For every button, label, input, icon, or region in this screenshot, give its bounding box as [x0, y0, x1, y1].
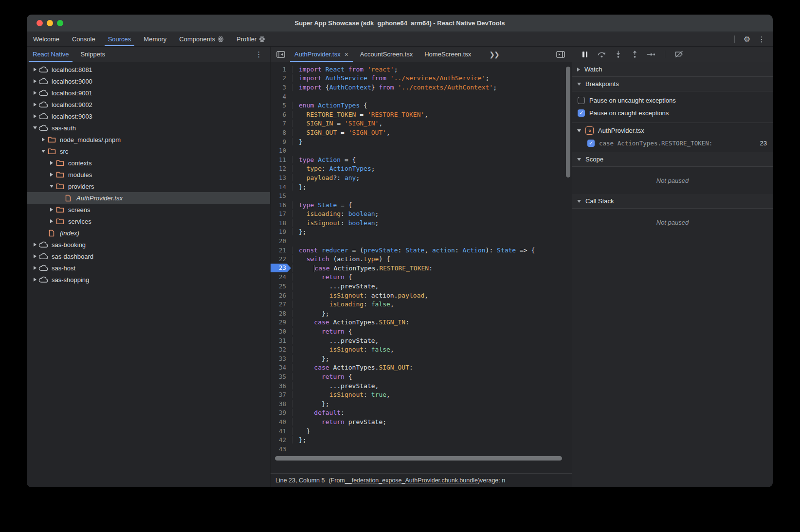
tree-item-sas-dashboard[interactable]: sas-dashboard	[27, 250, 270, 262]
watch-section-header[interactable]: Watch	[572, 62, 773, 77]
code-line[interactable]: 1import React from 'react';	[271, 65, 565, 74]
code-line[interactable]: 3import {AuthContext} from '../contexts/…	[271, 83, 565, 92]
tab-memory[interactable]: Memory	[137, 32, 173, 46]
code-line[interactable]: 28 };	[271, 309, 565, 318]
line-number[interactable]: 25	[271, 283, 292, 290]
step-icon[interactable]	[644, 49, 658, 60]
line-number[interactable]: 40	[271, 418, 292, 426]
tree-item-localhost-9002[interactable]: localhost:9002	[27, 99, 270, 110]
line-number[interactable]: 36	[271, 382, 292, 390]
tab-console[interactable]: Console	[66, 32, 102, 46]
code-line[interactable]: 12 type: ActionTypes;	[271, 164, 565, 174]
tree-item--index-[interactable]: (index)	[27, 227, 270, 239]
code-line[interactable]: 27 isLoading: false,	[271, 300, 565, 309]
line-number[interactable]: 10	[271, 147, 292, 154]
line-number[interactable]: 15	[271, 192, 292, 199]
code-line[interactable]: 6 RESTORE_TOKEN = 'RESTORE_TOKEN',	[271, 110, 565, 119]
code-line[interactable]: 35 return {	[271, 372, 565, 381]
code-line[interactable]: 30 return {	[271, 327, 565, 336]
pause-icon[interactable]	[578, 49, 592, 60]
editor-tab-accountscreen.tsx[interactable]: AccountScreen.tsx	[355, 47, 418, 62]
line-number[interactable]: 29	[271, 319, 292, 326]
code-line[interactable]: 2import AuthService from '../services/Au…	[271, 74, 565, 83]
tree-item-sas-host[interactable]: sas-host	[27, 262, 270, 274]
tree-expand-arrow-icon[interactable]	[32, 79, 38, 83]
tab-overflow-chevron-icon[interactable]: ❯❯	[485, 47, 502, 62]
line-number[interactable]: 34	[271, 364, 292, 371]
minimize-window-button[interactable]	[47, 20, 53, 26]
tree-expand-arrow-icon[interactable]	[32, 243, 38, 247]
line-number[interactable]: 4	[271, 93, 292, 100]
line-number[interactable]: 16	[271, 201, 292, 209]
code-editor[interactable]: 1import React from 'react';2import AuthS…	[271, 62, 572, 473]
line-number[interactable]: 35	[271, 373, 292, 380]
tab-profiler[interactable]: Profiler	[230, 32, 272, 46]
call-stack-section-header[interactable]: Call Stack	[572, 194, 773, 209]
breakpoints-section-header[interactable]: Breakpoints	[572, 77, 773, 91]
source-bundle-link[interactable]: __federation_expose_AuthProvider.chunk.b…	[345, 477, 478, 484]
tree-expand-arrow-icon[interactable]	[48, 208, 55, 212]
hide-navigator-icon[interactable]	[273, 47, 288, 62]
code-line[interactable]: 13 payload?: any;	[271, 173, 565, 182]
scope-section-header[interactable]: Scope	[572, 152, 773, 167]
tree-item-modules[interactable]: modules	[27, 169, 270, 180]
tree-expand-arrow-icon[interactable]	[32, 266, 38, 270]
line-number[interactable]: 42	[271, 436, 292, 443]
line-number[interactable]: 31	[271, 337, 292, 344]
hide-debugger-icon[interactable]	[552, 47, 569, 62]
close-tab-icon[interactable]: ×	[345, 51, 348, 58]
code-line[interactable]: 9}	[271, 137, 565, 146]
pause-option-row[interactable]: ✓Pause on caught exceptions	[572, 106, 773, 119]
code-line[interactable]: 16type State = {	[271, 200, 565, 210]
step-over-icon[interactable]	[595, 49, 608, 60]
tree-item-sas-auth[interactable]: sas-auth	[27, 122, 270, 134]
tree-item-localhost-9003[interactable]: localhost:9003	[27, 110, 270, 122]
line-number[interactable]: 6	[271, 111, 292, 118]
code-line[interactable]: 17 isLoading: boolean;	[271, 210, 565, 219]
tree-item-node-modules-pnpm[interactable]: node_modules/.pnpm	[27, 134, 270, 145]
code-line[interactable]: 33 };	[271, 354, 565, 363]
line-number[interactable]: 43	[271, 445, 292, 451]
line-number[interactable]: 13	[271, 174, 292, 181]
tree-item-src[interactable]: src	[27, 145, 270, 157]
navigator-tab-react-native[interactable]: React Native	[27, 47, 74, 62]
line-number[interactable]: 24	[271, 273, 292, 281]
line-number[interactable]: 27	[271, 301, 292, 308]
editor-tab-authprovider.tsx[interactable]: AuthProvider.tsx×	[289, 47, 354, 62]
editor-vertical-scrollbar[interactable]	[566, 67, 570, 177]
code-line[interactable]: 14};	[271, 182, 565, 192]
line-number[interactable]: 30	[271, 328, 292, 335]
line-number[interactable]: 5	[271, 102, 292, 109]
tree-item-providers[interactable]: providers	[27, 180, 270, 192]
step-out-icon[interactable]	[628, 49, 641, 60]
line-number[interactable]: 18	[271, 219, 292, 227]
tree-expand-arrow-icon[interactable]	[32, 254, 38, 258]
code-line[interactable]: 11type Action = {	[271, 155, 565, 164]
editor-horizontal-scrollbar[interactable]	[275, 456, 562, 461]
code-line[interactable]: 39 default:	[271, 408, 565, 418]
code-line[interactable]: 26 isSignout: action.payload,	[271, 291, 565, 300]
zoom-window-button[interactable]	[57, 20, 63, 26]
checkbox-checked[interactable]: ✓	[578, 109, 585, 117]
code-line[interactable]: 24 return {	[271, 273, 565, 282]
code-line[interactable]: 34 case ActionTypes.SIGN_OUT:	[271, 363, 565, 372]
line-number[interactable]: 19	[271, 228, 292, 235]
tree-expand-arrow-icon[interactable]	[32, 91, 38, 95]
line-number[interactable]: 2	[271, 74, 292, 82]
settings-gear-icon[interactable]: ⚙	[741, 34, 753, 45]
tree-expand-arrow-icon[interactable]	[32, 68, 38, 71]
line-number[interactable]: 32	[271, 346, 292, 353]
tree-expand-arrow-icon[interactable]	[32, 278, 38, 282]
code-line[interactable]: 15	[271, 191, 565, 200]
code-line[interactable]: 18 isSignout: boolean;	[271, 218, 565, 228]
tree-item-contexts[interactable]: contexts	[27, 157, 270, 169]
code-line[interactable]: 42};	[271, 435, 565, 444]
editor-tab-homescreen.tsx[interactable]: HomeScreen.tsx	[419, 47, 476, 62]
tree-expand-arrow-icon[interactable]	[32, 103, 38, 106]
code-line[interactable]: 29 case ActionTypes.SIGN_IN:	[271, 318, 565, 327]
code-line[interactable]: 31 ...prevState,	[271, 336, 565, 345]
checkbox-checked[interactable]: ✓	[587, 140, 595, 147]
tree-item-services[interactable]: services	[27, 215, 270, 227]
code-line[interactable]: 23 case ActionTypes.RESTORE_TOKEN:	[271, 264, 565, 273]
line-number[interactable]: 28	[271, 310, 292, 317]
